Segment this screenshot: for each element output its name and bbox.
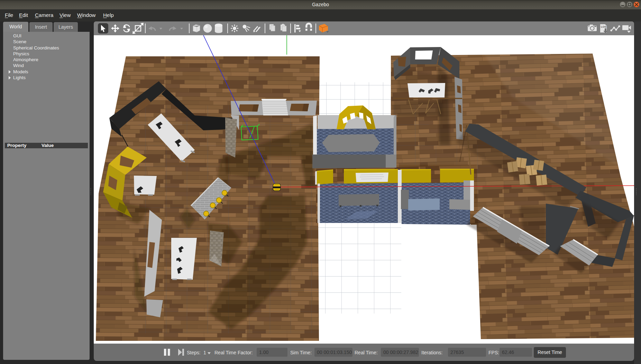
- svg-text:LOG: LOG: [601, 25, 606, 28]
